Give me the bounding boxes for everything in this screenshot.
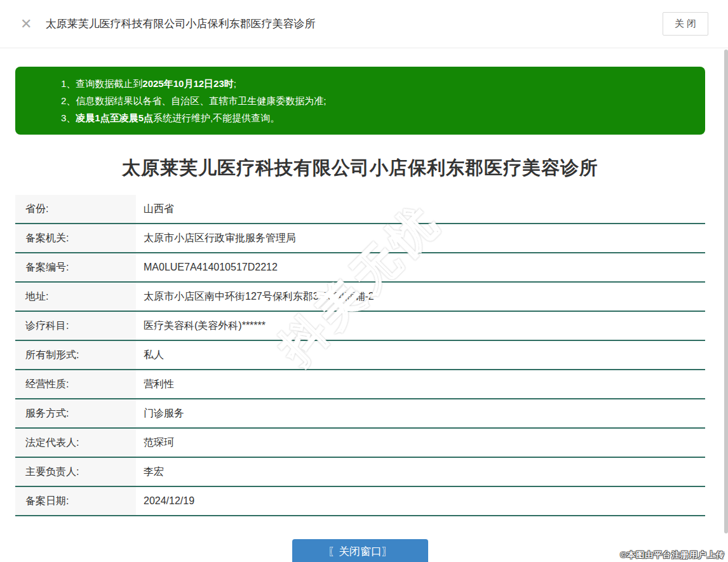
- table-row: 法定代表人: 范琛珂: [15, 429, 705, 458]
- table-row: 主要负责人: 李宏: [15, 458, 705, 487]
- topbar: ✕ 太原莱芙儿医疗科技有限公司小店保利东郡医疗美容诊所 关 闭: [0, 0, 728, 48]
- close-window-button[interactable]: 〖关闭窗口〗: [292, 539, 428, 562]
- notice-box: 1、查询数据截止到2025年10月12日23时; 2、信息数据结果以各省、自治区…: [15, 67, 705, 135]
- field-label: 主要负责人:: [15, 458, 136, 486]
- notice-bold-text: 凌晨1点至凌晨5点: [76, 112, 153, 123]
- field-label: 省份:: [15, 195, 136, 223]
- notice-line-1: 1、查询数据截止到2025年10月12日23时;: [61, 75, 692, 92]
- field-label: 备案编号:: [15, 253, 136, 281]
- notice-text: 2、信息数据结果以各省、自治区、直辖市卫生健康委数据为准;: [61, 95, 327, 106]
- field-label: 备案机关:: [15, 224, 136, 252]
- notice-text: 1、查询数据截止到: [61, 78, 142, 89]
- notice-text: 3、: [61, 112, 76, 123]
- field-label: 诊疗科目:: [15, 312, 136, 340]
- field-label: 服务方式:: [15, 399, 136, 427]
- info-table: 省份: 山西省 备案机关: 太原市小店区行政审批服务管理局 备案编号: MA0L…: [15, 195, 705, 516]
- table-row: 服务方式: 门诊服务: [15, 399, 705, 429]
- table-row: 备案编号: MA0LUE7A414010517D2212: [15, 253, 705, 283]
- button-row: 〖关闭窗口〗: [15, 539, 705, 562]
- field-value: 门诊服务: [136, 399, 184, 427]
- table-row: 所有制形式: 私人: [15, 341, 705, 370]
- field-value: MA0LUE7A414010517D2212: [136, 253, 278, 281]
- close-button[interactable]: 关 闭: [663, 12, 708, 36]
- copyright-watermark: ©本图由平台注册用户上传: [620, 549, 725, 561]
- field-value: 医疗美容科(美容外科)******: [136, 312, 266, 340]
- notice-bold-text: 2025年10月12日23时: [142, 78, 233, 89]
- close-x-icon[interactable]: ✕: [20, 17, 32, 31]
- field-label: 经营性质:: [15, 370, 136, 398]
- table-row: 备案机关: 太原市小店区行政审批服务管理局: [15, 224, 705, 253]
- field-label: 地址:: [15, 283, 136, 311]
- table-row: 备案日期: 2024/12/19: [15, 487, 705, 516]
- table-row: 地址: 太原市小店区南中环街127号保利东郡3-1024商铺-2: [15, 283, 705, 312]
- field-value: 太原市小店区南中环街127号保利东郡3-1024商铺-2: [136, 283, 374, 311]
- table-row: 省份: 山西省: [15, 195, 705, 224]
- table-row: 经营性质: 营利性: [15, 370, 705, 399]
- notice-line-2: 2、信息数据结果以各省、自治区、直辖市卫生健康委数据为准;: [61, 92, 692, 109]
- notice-text: ;: [234, 78, 236, 89]
- field-value: 太原市小店区行政审批服务管理局: [136, 224, 296, 252]
- field-label: 法定代表人:: [15, 429, 136, 457]
- field-label: 所有制形式:: [15, 341, 136, 369]
- field-value: 山西省: [136, 195, 174, 223]
- field-label: 备案日期:: [15, 487, 136, 515]
- content-area: 1、查询数据截止到2025年10月12日23时; 2、信息数据结果以各省、自治区…: [0, 48, 728, 562]
- notice-text: 系统进行维护,不能提供查询。: [153, 112, 280, 123]
- field-value: 营利性: [136, 370, 174, 398]
- page-title: 太原莱芙儿医疗科技有限公司小店保利东郡医疗美容诊所: [15, 156, 705, 181]
- field-value: 李宏: [136, 458, 164, 486]
- scrollbar[interactable]: [724, 50, 728, 533]
- field-value: 范琛珂: [136, 429, 174, 457]
- field-value: 私人: [136, 341, 164, 369]
- notice-line-3: 3、凌晨1点至凌晨5点系统进行维护,不能提供查询。: [61, 109, 692, 126]
- table-row: 诊疗科目: 医疗美容科(美容外科)******: [15, 312, 705, 341]
- window-title: 太原莱芙儿医疗科技有限公司小店保利东郡医疗美容诊所: [45, 17, 315, 31]
- field-value: 2024/12/19: [136, 487, 194, 515]
